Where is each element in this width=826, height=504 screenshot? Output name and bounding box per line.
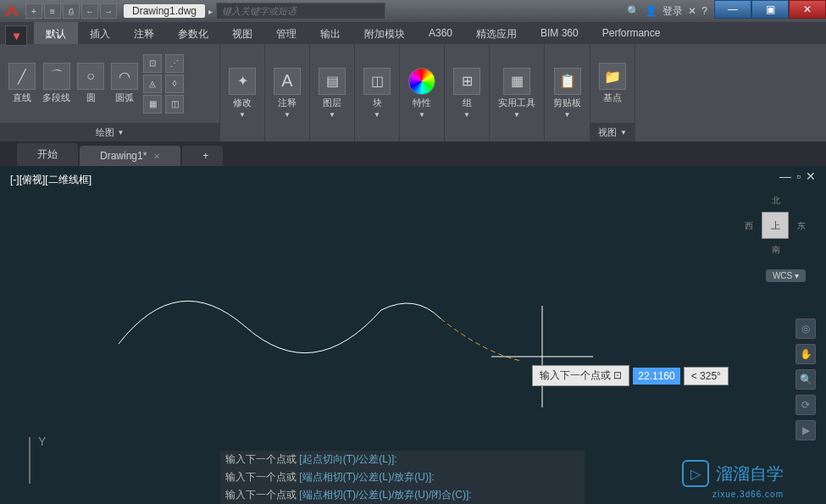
login-link[interactable]: 登录 xyxy=(662,4,683,19)
tab-annotate[interactable]: 注释 xyxy=(122,22,166,44)
basepoint-button[interactable]: 📁基点 xyxy=(597,61,628,106)
close-button[interactable]: ✕ xyxy=(789,0,826,19)
zoom-icon[interactable]: 🔍 xyxy=(796,369,816,390)
utilities-button[interactable]: ▦实用工具▼ xyxy=(496,66,537,120)
panel-properties: 特性▼ xyxy=(400,44,445,141)
draw-small-6[interactable]: ◫ xyxy=(165,95,184,114)
qat-redo-icon[interactable]: → xyxy=(100,3,117,19)
tab-parametric[interactable]: 参数化 xyxy=(166,22,220,44)
viewcube-east[interactable]: 东 xyxy=(797,220,806,232)
group-button[interactable]: ⊞组▼ xyxy=(452,66,482,120)
maximize-button[interactable]: ▣ xyxy=(751,0,789,19)
clipboard-icon: 📋 xyxy=(554,68,581,95)
draw-small-2[interactable]: ◬ xyxy=(143,75,162,93)
viewcube-north[interactable]: 北 xyxy=(772,195,780,207)
close-tab-icon[interactable]: ✕ xyxy=(153,152,160,161)
viewport-label[interactable]: [-][俯视][二维线框] xyxy=(10,173,91,187)
exchange-icon[interactable]: ✕ xyxy=(688,5,696,17)
block-icon: ◫ xyxy=(363,68,391,95)
tab-a360[interactable]: A360 xyxy=(417,22,464,44)
user-icon[interactable]: 👤 xyxy=(645,5,657,17)
dynamic-angle-input[interactable]: < 325° xyxy=(684,367,729,385)
viewcube-west[interactable]: 西 xyxy=(745,220,753,232)
circle-icon: ○ xyxy=(77,63,104,90)
layer-icon: ▤ xyxy=(319,68,346,95)
ribbon: ╱直线 ⌒多段线 ○圆 ◠圆弧 ⊡ ◬ ▦ ⋰ ◊ ◫ 绘图▼ ✦修改▼ A注释… xyxy=(0,44,826,142)
watermark-text: 溜溜自学 xyxy=(716,462,784,485)
tab-performance[interactable]: Performance xyxy=(590,22,673,44)
block-button[interactable]: ◫块▼ xyxy=(362,66,392,120)
command-history: 输入下一个点或 [起点切向(T)/公差(L)]: 输入下一个点或 [端点相切(T… xyxy=(220,451,585,504)
dropdown-icon[interactable]: ⊡ xyxy=(613,369,622,381)
calculator-icon: ▦ xyxy=(503,68,530,95)
viewcube[interactable]: 北 南 东 西 上 xyxy=(741,191,809,259)
viewcube-top-face[interactable]: 上 xyxy=(762,212,789,239)
draw-small-1[interactable]: ⊡ xyxy=(143,54,162,73)
help-icon[interactable]: ? xyxy=(701,5,707,17)
orbit-icon[interactable]: ⟳ xyxy=(796,395,816,415)
minimize-button[interactable]: — xyxy=(714,0,751,19)
draw-small-4[interactable]: ⋰ xyxy=(165,54,184,73)
qat-new-icon[interactable]: + xyxy=(25,3,42,19)
viewport-close-icon[interactable]: ✕ xyxy=(806,169,816,183)
text-button[interactable]: A注释▼ xyxy=(272,66,302,120)
title-dropdown-icon[interactable]: ▸ xyxy=(208,7,213,16)
infocenter-icon[interactable]: 🔍 xyxy=(627,5,640,17)
svg-text:Y: Y xyxy=(38,435,47,448)
crosshair-cursor xyxy=(491,306,593,407)
dynamic-value-input[interactable]: 22.1160 xyxy=(633,368,679,385)
quick-access-toolbar: + ≡ ⎙ ← → xyxy=(25,3,117,19)
cmd-line-2: 输入下一个点或 [端点相切(T)/公差(L)/放弃(U)]: xyxy=(220,468,585,486)
viewport-minimize-icon[interactable]: — xyxy=(779,169,791,183)
doc-tab-drawing1[interactable]: Drawing1*✕ xyxy=(80,146,180,166)
tab-view[interactable]: 视图 xyxy=(220,22,264,44)
draw-small-3[interactable]: ▦ xyxy=(143,95,162,114)
modify-button[interactable]: ✦修改▼ xyxy=(227,66,258,120)
clipboard-button[interactable]: 📋剪贴板▼ xyxy=(552,66,583,120)
panel-clipboard: 📋剪贴板▼ xyxy=(545,44,590,141)
viewport-restore-icon[interactable]: ▫ xyxy=(796,169,801,183)
draw-small-5[interactable]: ◊ xyxy=(165,75,184,93)
layer-button[interactable]: ▤图层▼ xyxy=(317,66,347,120)
polyline-button[interactable]: ⌒多段线 xyxy=(41,61,72,106)
arc-button[interactable]: ◠圆弧 xyxy=(109,61,140,106)
qat-open-icon[interactable]: ≡ xyxy=(44,3,61,19)
tab-featured[interactable]: 精选应用 xyxy=(464,22,529,44)
tab-output[interactable]: 输出 xyxy=(308,22,352,44)
line-button[interactable]: ╱直线 xyxy=(7,61,37,106)
tab-addins[interactable]: 附加模块 xyxy=(352,22,417,44)
showmotion-icon[interactable]: ▶ xyxy=(796,420,816,440)
viewcube-south[interactable]: 南 xyxy=(772,244,780,256)
search-input[interactable] xyxy=(216,3,385,19)
tab-default[interactable]: 默认 xyxy=(34,22,78,44)
tab-insert[interactable]: 插入 xyxy=(78,22,122,44)
spline-curve xyxy=(110,276,551,386)
ribbon-tabs: 默认 插入 注释 参数化 视图 管理 输出 附加模块 A360 精选应用 BIM… xyxy=(0,22,826,44)
add-tab-button[interactable]: + xyxy=(182,146,223,166)
app-menu-button[interactable]: ▾ xyxy=(5,25,27,46)
navigation-bar: ◎ ✋ 🔍 ⟳ ▶ xyxy=(796,318,816,440)
panel-group: ⊞组▼ xyxy=(445,44,490,141)
tab-manage[interactable]: 管理 xyxy=(264,22,308,44)
watermark-play-icon: ▷ xyxy=(682,460,709,487)
color-wheel-icon xyxy=(408,68,435,95)
line-icon: ╱ xyxy=(8,63,36,90)
modify-icon: ✦ xyxy=(229,68,256,95)
circle-button[interactable]: ○圆 xyxy=(75,61,106,106)
drawing-canvas[interactable]: [-][俯视][二维线框] — ▫ ✕ 北 南 东 西 上 WCS ▾ ◎ ✋ … xyxy=(0,166,826,504)
doc-tab-start[interactable]: 开始 xyxy=(17,143,78,166)
wcs-dropdown[interactable]: WCS ▾ xyxy=(766,269,806,282)
ucs-icon[interactable]: Y xyxy=(17,433,68,496)
panel-draw-title[interactable]: 绘图▼ xyxy=(0,123,219,141)
properties-button[interactable]: 特性▼ xyxy=(407,66,437,120)
panel-modify: ✦修改▼ xyxy=(220,44,265,141)
steering-wheel-icon[interactable]: ◎ xyxy=(796,318,816,339)
folder-icon: 📁 xyxy=(599,63,626,90)
dynamic-input: 输入下一个点或 ⊡ 22.1160 < 325° xyxy=(532,365,729,386)
panel-view-title[interactable]: 视图▼ xyxy=(590,123,635,141)
dynamic-prompt: 输入下一个点或 ⊡ xyxy=(532,365,629,386)
qat-undo-icon[interactable]: ← xyxy=(81,3,98,19)
tab-bim360[interactable]: BIM 360 xyxy=(529,22,590,44)
pan-icon[interactable]: ✋ xyxy=(796,344,816,364)
qat-save-icon[interactable]: ⎙ xyxy=(63,3,80,19)
